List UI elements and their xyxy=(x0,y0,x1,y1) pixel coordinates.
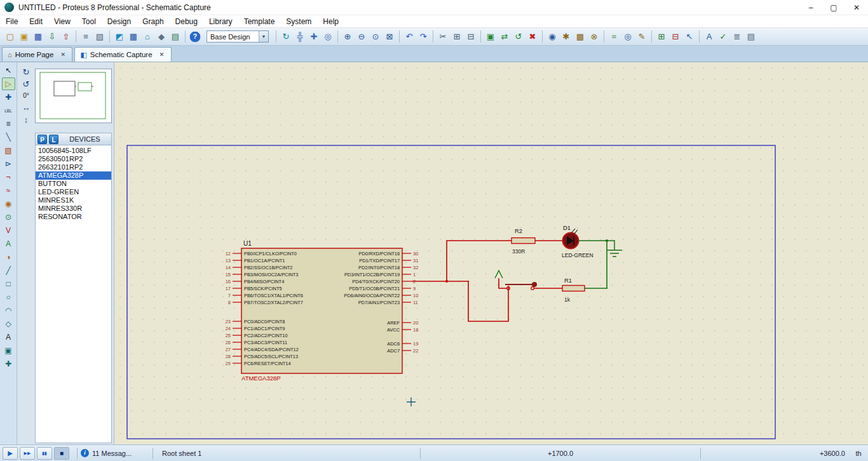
netlist-compiler-icon[interactable]: ≣ xyxy=(731,30,743,43)
terminals-mode-icon[interactable]: ⊳ xyxy=(2,157,15,170)
minimap-viewport-rect[interactable] xyxy=(54,81,75,96)
center-at-cursor-icon[interactable]: ◎ xyxy=(322,30,334,43)
device-item[interactable]: BUTTON xyxy=(36,180,111,188)
device-pins-mode-icon[interactable]: ¬ xyxy=(2,171,15,184)
zoom-in-icon[interactable]: ⊕ xyxy=(341,30,354,43)
menu-file[interactable]: File xyxy=(0,15,24,27)
pick-parts-from-libraries-icon[interactable]: ◉ xyxy=(546,30,559,43)
buses-mode-icon[interactable]: ╲ xyxy=(2,131,15,144)
tab-close-icon[interactable]: ✕ xyxy=(59,51,67,58)
menu-graph[interactable]: Graph xyxy=(137,15,169,27)
redo-icon[interactable]: ↷ xyxy=(417,30,430,43)
rotate-clockwise-icon[interactable]: ↻ xyxy=(20,66,32,78)
2d-box-mode-icon[interactable]: □ xyxy=(2,277,15,290)
menu-library[interactable]: Library xyxy=(203,15,238,27)
virtual-instruments-mode-icon[interactable]: ◑ xyxy=(2,251,15,264)
search-and-tag-icon[interactable]: ◎ xyxy=(621,30,634,43)
selection-mode-icon[interactable]: ↖ xyxy=(2,64,15,77)
bill-of-materials-icon[interactable]: ▤ xyxy=(745,30,757,43)
overview-minimap[interactable] xyxy=(35,69,112,123)
toggle-false-origin-icon[interactable]: ✚ xyxy=(308,30,320,43)
junction-dot-mode-icon[interactable]: ✚ xyxy=(2,91,15,104)
stop-simulation-button[interactable]: ■ xyxy=(54,447,69,460)
device-item[interactable]: MINRES1K xyxy=(36,196,111,204)
menu-system[interactable]: System xyxy=(280,15,317,27)
text-script-mode-icon[interactable]: ≡ xyxy=(2,117,15,130)
pcb-layout-module-icon[interactable]: ▦ xyxy=(127,30,140,43)
generator-mode-icon[interactable]: ⊙ xyxy=(2,211,15,224)
graph-mode-icon[interactable]: ≈ xyxy=(2,184,15,197)
mark-output-area-icon[interactable]: ▧ xyxy=(93,30,106,43)
component-u1[interactable]: U1 ATMEGA328P 12PB0/ICP1/CLKO/PCINT013PB… xyxy=(226,240,419,382)
help-icon[interactable]: ? xyxy=(190,31,201,42)
exit-to-parent-sheet-icon[interactable]: ↖ xyxy=(683,30,696,43)
block-rotate-icon[interactable]: ↺ xyxy=(512,30,525,43)
2d-symbol-mode-icon[interactable]: ▣ xyxy=(2,344,15,357)
schematic-capture-module-icon[interactable]: ◩ xyxy=(113,30,126,43)
remove-root-sheet-icon[interactable]: ⊟ xyxy=(669,30,682,43)
current-probe-mode-icon[interactable]: A xyxy=(2,237,15,250)
component-mode-icon[interactable]: ▷ xyxy=(2,77,15,90)
2d-circle-mode-icon[interactable]: ○ xyxy=(2,291,15,304)
device-item[interactable]: MINRES330R xyxy=(36,204,111,213)
schematic-canvas[interactable]: U1 ATMEGA328P 12PB0/ICP1/CLKO/PCINT013PB… xyxy=(114,62,868,444)
property-assignment-tool-icon[interactable]: ✎ xyxy=(635,30,648,43)
mirror-horizontal-icon[interactable]: ↔ xyxy=(20,102,32,114)
make-device-icon[interactable]: ✱ xyxy=(560,30,573,43)
open-design-icon[interactable]: ▣ xyxy=(18,30,31,43)
decompose-icon[interactable]: ⊗ xyxy=(588,30,600,43)
block-delete-icon[interactable]: ✖ xyxy=(526,30,539,43)
device-item[interactable]: LED-GREEN xyxy=(36,188,111,196)
new-root-sheet-icon[interactable]: ⊞ xyxy=(655,30,668,43)
packaging-tool-icon[interactable]: ▩ xyxy=(574,30,587,43)
design-explorer-module-icon[interactable]: ⌂ xyxy=(141,30,154,43)
tab-close-icon[interactable]: ✕ xyxy=(158,51,166,58)
rotate-anticlockwise-icon[interactable]: ↺ xyxy=(20,78,32,90)
message-area[interactable]: i 11 Messag... xyxy=(81,449,149,457)
menu-edit[interactable]: Edit xyxy=(24,15,48,27)
menu-help[interactable]: Help xyxy=(317,15,344,27)
toggle-grid-icon[interactable]: ╬ xyxy=(294,30,306,43)
electrical-rule-check-icon[interactable]: ✓ xyxy=(717,30,729,43)
redraw-display-icon[interactable]: ↻ xyxy=(280,30,292,43)
chevron-down-icon[interactable]: ▼ xyxy=(259,31,268,42)
block-move-icon[interactable]: ⇄ xyxy=(498,30,511,43)
pause-simulation-button[interactable]: ▮▮ xyxy=(37,447,52,460)
wire-label-mode-icon[interactable]: LBL xyxy=(2,104,15,117)
print-design-icon[interactable]: ≡ xyxy=(79,30,92,43)
import-section-icon[interactable]: ⇩ xyxy=(46,30,58,43)
2d-line-mode-icon[interactable]: ╱ xyxy=(2,264,15,277)
2d-path-mode-icon[interactable]: ◇ xyxy=(2,317,15,330)
menu-tool[interactable]: Tool xyxy=(76,15,102,27)
menu-template[interactable]: Template xyxy=(238,15,281,27)
menu-design[interactable]: Design xyxy=(102,15,137,27)
device-item[interactable]: RESONATOR xyxy=(36,213,111,221)
zoom-to-area-icon[interactable]: ⊠ xyxy=(383,30,396,43)
maximize-button[interactable]: ▢ xyxy=(822,0,845,15)
mirror-vertical-icon[interactable]: ↕ xyxy=(20,114,32,126)
2d-marker-mode-icon[interactable]: ✚ xyxy=(2,357,15,370)
menu-view[interactable]: View xyxy=(48,15,76,27)
tab-schematic-capture[interactable]: ◧Schematic Capture✕ xyxy=(74,47,171,62)
3d-visualizer-module-icon[interactable]: ◆ xyxy=(155,30,168,43)
cut-to-clipboard-icon[interactable]: ✂ xyxy=(437,30,449,43)
find-and-edit-component-icon[interactable]: A xyxy=(703,30,715,43)
close-button[interactable]: ✕ xyxy=(845,0,868,15)
save-design-icon[interactable]: ▦ xyxy=(32,30,44,43)
undo-icon[interactable]: ↶ xyxy=(403,30,416,43)
device-item[interactable]: 25630501RP2 xyxy=(36,155,111,163)
device-item[interactable]: 26632101RP2 xyxy=(36,163,111,171)
zoom-out-icon[interactable]: ⊖ xyxy=(355,30,368,43)
run-simulation-button[interactable]: ▶ xyxy=(3,447,18,460)
2d-arc-mode-icon[interactable]: ◠ xyxy=(2,304,15,317)
2d-text-mode-icon[interactable]: A xyxy=(2,331,15,344)
device-item[interactable]: ATMEGA328P xyxy=(36,171,111,180)
new-design-icon[interactable]: ▢ xyxy=(4,30,17,43)
wire-autorouter-icon[interactable]: ≈ xyxy=(607,30,620,43)
device-item[interactable]: 10056845-108LF xyxy=(36,147,111,155)
paste-from-clipboard-icon[interactable]: ⊟ xyxy=(465,30,477,43)
tab-home-page[interactable]: ⌂Home Page✕ xyxy=(2,47,72,62)
subcircuit-mode-icon[interactable]: ▧ xyxy=(2,144,15,157)
tape-recorder-mode-icon[interactable]: ◉ xyxy=(2,197,15,210)
export-section-icon[interactable]: ⇧ xyxy=(60,30,72,43)
